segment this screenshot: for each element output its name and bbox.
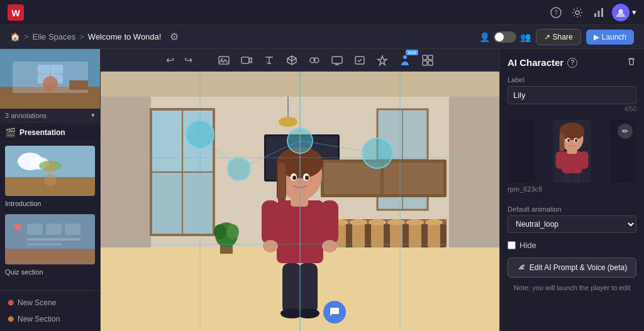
annotations-count: 3 annotations [5, 112, 47, 119]
svg-rect-129 [564, 173, 572, 183]
user-menu-button[interactable]: ▾ [612, 4, 636, 21]
slide-quiz-label: Quiz section [5, 267, 95, 277]
svg-point-79 [406, 219, 424, 225]
svg-rect-83 [384, 163, 443, 194]
svg-rect-130 [573, 173, 580, 183]
section-presentation: 🎬 Presentation [0, 122, 100, 143]
slide-quiz[interactable]: Quiz section [0, 212, 100, 280]
svg-rect-33 [65, 224, 80, 235]
svg-text:W: W [11, 8, 20, 18]
sidebar: 3 annotations ▾ 🎬 Presentation [0, 49, 101, 331]
launch-button[interactable]: ▶ Launch [586, 30, 634, 45]
svg-rect-17 [69, 80, 88, 90]
svg-rect-99 [262, 200, 279, 244]
nav-right: ? ▾ [548, 4, 636, 21]
top-navigation: W ? ▾ [0, 0, 644, 25]
svg-rect-5 [594, 13, 596, 17]
new-scene-label: New Scene [18, 298, 56, 307]
edit-ai-button[interactable]: Edit AI Prompt & Voice (beta) [508, 258, 636, 278]
svg-rect-103 [282, 263, 301, 313]
svg-point-89 [279, 117, 297, 127]
video-tool-button[interactable] [236, 52, 257, 69]
grid-tool-button[interactable] [418, 52, 438, 69]
help-button[interactable]: ? [548, 4, 564, 21]
svg-rect-100 [321, 200, 338, 244]
svg-rect-128 [580, 151, 589, 169]
svg-point-96 [292, 176, 296, 180]
svg-rect-70 [352, 222, 365, 247]
canvas-toolbar: ↩ ↪ ↕ [101, 49, 499, 72]
svg-point-87 [226, 224, 239, 239]
group-tool-button[interactable] [304, 52, 325, 69]
visibility-toggle-group: 👤 👥 [479, 31, 531, 43]
label-input[interactable] [508, 86, 636, 104]
svg-point-24 [44, 174, 57, 187]
svg-point-86 [214, 224, 226, 239]
home-icon[interactable]: 🏠 [10, 32, 20, 41]
analytics-button[interactable] [591, 4, 607, 21]
new-section-button[interactable]: ⊕ New Section [5, 312, 95, 326]
animation-select[interactable]: Neutral_loop Walk Wave Idle Talk [508, 215, 636, 233]
svg-rect-74 [428, 222, 440, 247]
breadcrumb-actions: 👤 👥 ↗ Share ▶ Launch [479, 29, 634, 45]
3d-tool-button[interactable] [282, 52, 302, 69]
svg-rect-127 [556, 151, 565, 169]
svg-point-30 [14, 223, 21, 231]
svg-rect-34 [27, 238, 80, 241]
svg-rect-32 [46, 224, 62, 235]
svg-rect-47 [423, 61, 427, 65]
breadcrumb-sep2: > [79, 32, 84, 41]
svg-rect-72 [390, 222, 402, 247]
svg-rect-126 [562, 151, 582, 173]
svg-rect-31 [27, 224, 43, 235]
plus-icon-section: ⊕ [8, 315, 14, 323]
help-icon[interactable]: ? [567, 58, 577, 68]
new-scene-button[interactable]: ⊕ New Scene [5, 296, 95, 310]
undo-button[interactable]: ↩ [162, 52, 178, 68]
image-tool-button[interactable] [214, 52, 234, 69]
hide-checkbox[interactable] [508, 241, 516, 249]
svg-rect-104 [299, 263, 318, 313]
svg-text:↕: ↕ [266, 60, 268, 63]
svg-rect-46 [428, 55, 433, 60]
check-tool-button[interactable] [350, 52, 370, 69]
screen-tool-button[interactable] [327, 52, 347, 69]
plus-icon-scene: ⊕ [8, 298, 14, 307]
settings-button[interactable] [569, 4, 586, 21]
beta-badge: beta [406, 50, 418, 55]
breadcrumb-space[interactable]: Elie Spaces [33, 32, 76, 41]
label-field-label: Label [508, 76, 636, 84]
delete-button[interactable] [626, 57, 636, 68]
annotations-toggle[interactable]: 3 annotations ▾ [0, 109, 100, 122]
star-tool-button[interactable] [372, 52, 392, 69]
scene-thumbnail-main[interactable] [0, 49, 100, 109]
panel-title-text: AI Character [508, 57, 564, 68]
svg-rect-42 [332, 57, 342, 63]
right-panel: AI Character ? Label 4/50 [499, 49, 644, 331]
section-label-text: Presentation [19, 128, 65, 137]
char-count: 4/50 [508, 106, 636, 112]
panel-title: AI Character ? [508, 57, 577, 68]
svg-rect-125 [560, 133, 565, 151]
chat-button[interactable] [323, 301, 346, 323]
slide-introduction[interactable]: Introduction [0, 143, 100, 212]
canvas-area[interactable]: ↩ ↪ ↕ [101, 49, 499, 331]
edit-avatar-button[interactable]: ✏ [618, 124, 633, 139]
svg-point-4 [575, 11, 579, 14]
character-tool-button[interactable]: beta [395, 52, 415, 69]
svg-rect-35 [27, 243, 62, 246]
animation-field: Default animation Neutral_loop Walk Wave… [508, 205, 636, 233]
user-icon: 👤 [479, 32, 490, 42]
chevron-down-icon: ▾ [91, 111, 95, 119]
text-tool-button[interactable]: ↕ [259, 52, 279, 69]
sidebar-footer: ⊕ New Scene ⊕ New Section [0, 290, 100, 331]
visibility-toggle[interactable] [494, 31, 516, 43]
share-button[interactable]: ↗ Share [536, 29, 581, 45]
svg-rect-29 [5, 249, 95, 264]
redo-button[interactable]: ↪ [180, 52, 196, 68]
svg-point-78 [387, 219, 405, 225]
avatar [612, 4, 630, 21]
breadcrumb-settings-icon[interactable]: ⚙ [167, 28, 181, 45]
svg-rect-6 [598, 11, 600, 17]
slide-intro-label: Introduction [5, 198, 95, 209]
